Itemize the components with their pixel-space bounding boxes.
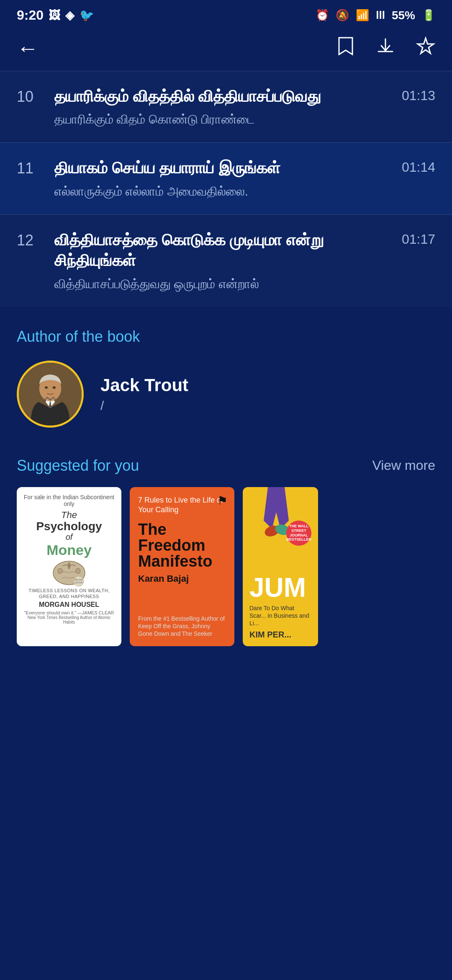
star-icon[interactable] xyxy=(416,36,435,60)
chapter-item-11[interactable]: 11 தியாகம் செய்ய தயாராய் இருங்கள் எல்லார… xyxy=(0,142,452,214)
author-photo xyxy=(19,361,82,428)
book1-title-money: Money xyxy=(46,542,92,558)
status-bar: 9:20 🖼 ◈ 🐦 ⏰ 🔕 📶 lll 55% 🔋 xyxy=(0,0,452,27)
battery-icon: 🔋 xyxy=(422,9,435,22)
back-icon[interactable]: ← xyxy=(17,36,39,61)
chapter-subtitle-12: வித்தியாசப்படுத்துவது ஒருபுறம் என்றால் xyxy=(54,276,385,292)
book2-title-the: The Freedom Manifesto xyxy=(138,521,226,569)
suggested-title: Suggested for you xyxy=(17,457,139,475)
book2-author: Karan Bajaj xyxy=(138,573,226,584)
chapter-title-12: வித்தியாசத்தை கொடுக்க முடியுமா என்று சிந… xyxy=(54,230,385,271)
chapter-duration-11: 01:14 xyxy=(398,158,435,175)
chapter-number-10: 10 xyxy=(17,86,42,106)
book3-legs-illustration xyxy=(243,487,318,554)
suggested-header: Suggested for you View more xyxy=(17,457,435,475)
book3-title: JUM xyxy=(249,574,311,601)
book2-footnote: From the #1 Bestselling Author of Keep O… xyxy=(138,615,226,638)
chapter-item-12[interactable]: 12 வித்தியாசத்தை கொடுக்க முடியுமா என்று … xyxy=(0,214,452,307)
book1-title-the: The xyxy=(61,510,77,521)
alarm-icon: ⏰ xyxy=(316,9,329,22)
book3-subtitle: Dare To Do What Scar... in Business and … xyxy=(249,604,311,627)
chapter-duration-12: 01:17 xyxy=(398,230,435,247)
author-avatar xyxy=(17,361,84,428)
legs-svg xyxy=(243,487,318,554)
book1-quote2: New York Times Bestselling Author of Ato… xyxy=(23,615,115,624)
book3-content: THE WALL STREET JOURNAL BESTSELLER JUM D… xyxy=(243,487,318,646)
book1-quote: "Everyone should own it." —JAMES CLEAR xyxy=(24,610,114,615)
signal-icon: lll xyxy=(376,9,385,22)
author-name: Jack Trout xyxy=(100,375,188,395)
suggested-section: Suggested for you View more For sale in … xyxy=(0,440,452,659)
svg-point-6 xyxy=(45,386,48,388)
time-display: 9:20 xyxy=(17,8,44,23)
chapter-number-11: 11 xyxy=(17,158,42,177)
status-right: ⏰ 🔕 📶 lll 55% 🔋 xyxy=(316,9,435,22)
author-card[interactable]: Jack Trout / xyxy=(17,361,435,428)
book1-subtitle: TIMELESS LESSONS ON WEALTH, GREED, AND H… xyxy=(23,588,115,600)
book2-icon: ⚑ xyxy=(217,494,228,508)
top-navigation: ← xyxy=(0,27,452,69)
svg-point-9 xyxy=(74,576,84,586)
author-section-title: Author of the book xyxy=(17,328,435,346)
book1-title-of: of xyxy=(66,532,73,542)
chapter-content-12: வித்தியாசத்தை கொடுக்க முடியுமா என்று சிந… xyxy=(54,230,385,292)
gallery-icon: 🖼 xyxy=(49,8,60,22)
twitter-icon: 🐦 xyxy=(80,8,94,22)
author-section: Author of the book xyxy=(0,307,452,440)
book3-wsj-badge: THE WALL STREET JOURNAL BESTSELLER xyxy=(286,521,311,546)
book2-tagline: 7 Rules to Live the Life of Your Calling xyxy=(138,495,226,515)
author-info: Jack Trout / xyxy=(100,375,188,413)
chapter-title-11: தியாகம் செய்ய தயாராய் இருங்கள் xyxy=(54,158,385,178)
brain-illustration: DELUXE EDITION xyxy=(50,558,88,588)
svg-text:DELUXE: DELUXE xyxy=(74,578,83,581)
chapter-subtitle-10: தயாரிக்கும் விதம் கொண்டு பிராண்டை xyxy=(54,111,385,127)
chapter-duration-10: 01:13 xyxy=(398,86,435,103)
chapter-list: 10 தயாரிக்கும் விதத்தில் வித்தியாசப்படுவ… xyxy=(0,71,452,307)
chapter-title-10: தயாரிக்கும் விதத்தில் வித்தியாசப்படுவது xyxy=(54,86,385,107)
svg-point-7 xyxy=(53,386,56,388)
status-left: 9:20 🖼 ◈ 🐦 xyxy=(17,8,94,23)
download-icon[interactable] xyxy=(376,36,395,60)
book1-author: MORGAN HOUSEL xyxy=(39,601,99,609)
book1-small-text: For sale in the Indian Subcontinent only xyxy=(23,494,115,507)
view-more-button[interactable]: View more xyxy=(372,458,435,473)
book-card-psychology-of-money[interactable]: For sale in the Indian Subcontinent only… xyxy=(17,487,121,646)
book-card-jump[interactable]: THE WALL STREET JOURNAL BESTSELLER JUM D… xyxy=(243,487,318,646)
chapter-content-11: தியாகம் செய்ய தயாராய் இருங்கள் எல்லாருக்… xyxy=(54,158,385,199)
book2-content: ⚑ 7 Rules to Live the Life of Your Calli… xyxy=(130,487,234,646)
book1-title-psychology: Psychology xyxy=(36,521,102,532)
book1-content: For sale in the Indian Subcontinent only… xyxy=(17,487,121,646)
book3-author: KIM PER... xyxy=(249,630,311,640)
books-row: For sale in the Indian Subcontinent only… xyxy=(17,487,435,646)
chapter-content-10: தயாரிக்கும் விதத்தில் வித்தியாசப்படுவது … xyxy=(54,86,385,127)
book-card-freedom-manifesto[interactable]: ⚑ 7 Rules to Live the Life of Your Calli… xyxy=(130,487,234,646)
bookmark-icon[interactable] xyxy=(336,36,355,61)
battery-display: 55% xyxy=(392,9,415,22)
back-button[interactable]: ← xyxy=(17,36,39,61)
author-description: / xyxy=(100,399,188,413)
chapter-item-10[interactable]: 10 தயாரிக்கும் விதத்தில் வித்தியாசப்படுவ… xyxy=(0,71,452,142)
nav-action-icons xyxy=(336,36,435,61)
chapter-number-12: 12 xyxy=(17,230,42,249)
navigation-icon: ◈ xyxy=(65,8,74,22)
chapter-subtitle-11: எல்லாருக்கும் எல்லாம் அமைவதில்லை. xyxy=(54,183,385,199)
wifi-icon: 📶 xyxy=(356,9,369,22)
mute-icon: 🔕 xyxy=(336,9,349,22)
svg-text:EDITION: EDITION xyxy=(75,582,82,584)
